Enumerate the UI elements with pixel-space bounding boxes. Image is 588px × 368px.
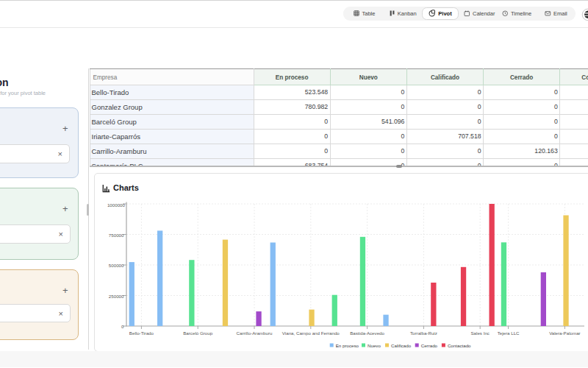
svg-text:250000: 250000: [109, 293, 124, 298]
svg-text:Valera-Palomar: Valera-Palomar: [549, 330, 581, 336]
svg-text:500000: 500000: [109, 263, 124, 268]
svg-text:Barceló Group: Barceló Group: [183, 330, 212, 336]
svg-text:Nuevo: Nuevo: [368, 342, 381, 347]
svg-text:750000: 750000: [109, 232, 124, 237]
svg-text:Cerrado: Cerrado: [421, 342, 438, 347]
svg-text:Bastida-Acevedo: Bastida-Acevedo: [350, 330, 384, 336]
svg-text:0: 0: [121, 324, 124, 329]
svg-text:Contactado: Contactado: [448, 342, 471, 347]
svg-text:Sales Inc: Sales Inc: [470, 330, 489, 336]
svg-text:Calificado: Calificado: [391, 342, 412, 347]
svg-text:Torralba-Ruiz: Torralba-Ruiz: [410, 330, 437, 336]
svg-text:Bello-Tirado: Bello-Tirado: [129, 330, 154, 336]
svg-text:En proceso: En proceso: [336, 342, 359, 347]
svg-text:Tejera LLC: Tejera LLC: [498, 330, 520, 336]
svg-text:Carrillo-Aramburu: Carrillo-Aramburu: [237, 330, 273, 336]
svg-text:1000000: 1000000: [107, 202, 126, 208]
svg-text:Viana, Campo and Ferrando: Viana, Campo and Ferrando: [282, 330, 340, 336]
